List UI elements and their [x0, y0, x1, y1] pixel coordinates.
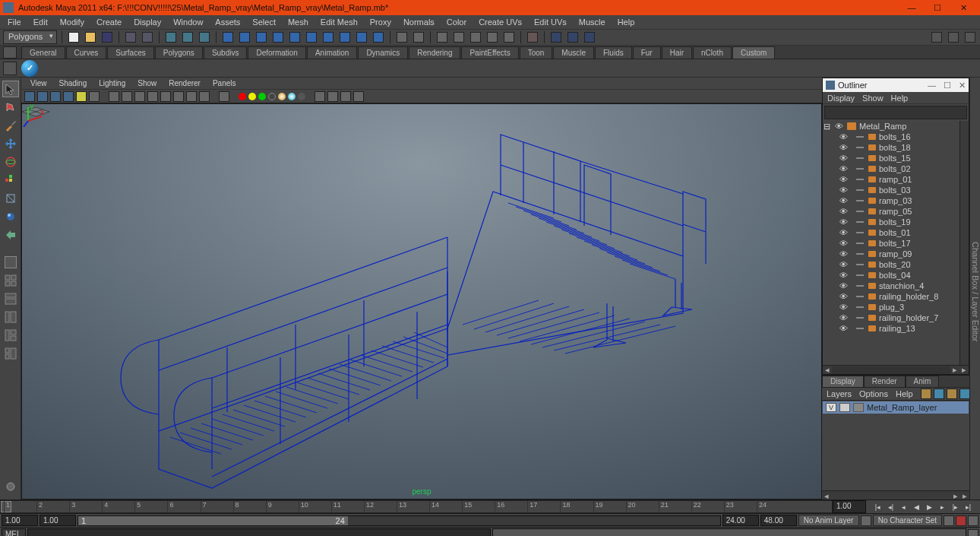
soft-mod-tool[interactable] [2, 208, 19, 225]
time-slider-track[interactable]: 123456789101112131415161718192021222324 [0, 500, 833, 513]
layout2-icon[interactable] [2, 309, 19, 325]
play-back-button[interactable]: ◀ [912, 502, 922, 512]
menu-assets[interactable]: Assets [209, 16, 246, 28]
sel-hier-icon[interactable] [164, 30, 178, 44]
layer-tab-render[interactable]: Render [864, 376, 906, 387]
visibility-icon[interactable]: 👁 [838, 144, 849, 151]
outliner-hscrollbar[interactable]: ◂ ▸ ▸ [823, 365, 969, 374]
menu-window[interactable]: Window [167, 16, 209, 28]
panel-renderer4-icon[interactable] [353, 91, 364, 102]
menu-display[interactable]: Display [128, 16, 167, 28]
scroll-right-button[interactable]: ▸ [951, 491, 960, 500]
panel-shadows-icon[interactable] [173, 91, 184, 102]
panel-renderer2-icon[interactable] [327, 91, 338, 102]
shelf-tab-polygons[interactable]: Polygons [155, 46, 203, 59]
menu-file[interactable]: File [2, 16, 27, 28]
toggle-attr-icon[interactable] [963, 30, 977, 44]
menu-muscle[interactable]: Muscle [573, 16, 612, 28]
undo-icon[interactable] [124, 30, 138, 44]
scroll-right-button[interactable]: ▸ [950, 365, 959, 374]
outliner-item[interactable]: ⊟ 👁 Metal_Ramp [823, 121, 969, 132]
rotate-tool[interactable] [2, 154, 19, 170]
snap-curve-icon[interactable] [452, 30, 466, 44]
layer-list[interactable]: V Metal_Ramp_layer ◂ ▸ ▸ [822, 400, 969, 500]
layer-icon1[interactable] [921, 389, 931, 399]
sidetab-channelbox[interactable]: Channel Box / Layer Editor [971, 242, 980, 341]
range-start-field[interactable]: 1.00 [40, 515, 76, 526]
outliner-item[interactable]: 👁railing_13 [823, 323, 969, 334]
panel-renderer1-icon[interactable] [315, 91, 325, 102]
shelf-tab-painteffects[interactable]: PaintEffects [461, 46, 518, 59]
lasso-tool[interactable] [2, 99, 19, 116]
layout4-icon[interactable] [2, 345, 19, 362]
mask1-icon[interactable] [221, 30, 235, 44]
panel-wireshaded-icon[interactable] [134, 91, 145, 102]
four-view-icon[interactable] [2, 272, 19, 289]
visibility-icon[interactable]: 👁 [838, 186, 849, 194]
panel-grid-icon[interactable] [76, 91, 87, 102]
visibility-icon[interactable]: 👁 [838, 133, 849, 141]
outliner-vscrollbar[interactable] [959, 121, 969, 365]
outliner-item[interactable]: 👁bolts_18 [823, 142, 969, 153]
render-settings-icon[interactable] [583, 30, 596, 44]
goto-start-button[interactable]: |◂ [873, 502, 884, 512]
outliner-item[interactable]: 👁railing_holder_8 [823, 291, 969, 302]
script-editor-icon[interactable] [968, 529, 978, 537]
layer-menu-help[interactable]: Help [896, 389, 913, 398]
outliner-item[interactable]: 👁bolts_04 [823, 270, 969, 281]
minimize-button[interactable]: — [904, 3, 919, 13]
menu-createuvs[interactable]: Create UVs [473, 16, 528, 28]
outliner-list[interactable]: ⊟ 👁 Metal_Ramp 👁bolts_16👁bolts_18👁bolts_… [823, 121, 969, 374]
menu-select[interactable]: Select [246, 16, 282, 28]
save-icon[interactable] [100, 30, 114, 44]
panel-imageplane-icon[interactable] [50, 91, 61, 102]
expose4-icon[interactable] [298, 93, 305, 100]
layout3-icon[interactable] [2, 327, 19, 344]
render-icon[interactable] [549, 30, 563, 44]
visibility-icon[interactable]: 👁 [833, 122, 844, 130]
shelf-tab-fur[interactable]: Fur [633, 46, 661, 59]
shelf-menu-icon[interactable] [3, 46, 17, 59]
last-tool[interactable] [2, 227, 19, 243]
range-end-full-field[interactable]: 48.00 [760, 515, 797, 526]
maximize-button[interactable]: ☐ [930, 3, 945, 13]
visibility-icon[interactable]: 👁 [838, 261, 849, 268]
outliner-item[interactable]: 👁ramp_03 [823, 195, 969, 206]
range-track[interactable]: 1 24 [77, 515, 721, 526]
layer-color-swatch[interactable] [853, 403, 864, 412]
visibility-icon[interactable]: 👁 [838, 293, 849, 300]
outliner-titlebar[interactable]: Outliner — ☐ ✕ [823, 78, 969, 92]
highlight-icon[interactable] [412, 30, 425, 44]
layer-menu-options[interactable]: Options [859, 389, 888, 398]
mask8-icon[interactable] [338, 30, 352, 44]
shelf-tab-general[interactable]: General [21, 46, 65, 59]
tool-settings-icon[interactable] [2, 478, 19, 495]
outliner-maximize-button[interactable]: ☐ [944, 81, 951, 90]
toggle-layer-icon[interactable] [947, 30, 960, 44]
panel-wire-icon[interactable] [109, 91, 119, 102]
panel-menu-show[interactable]: Show [131, 78, 163, 88]
open-icon[interactable] [84, 30, 97, 44]
visibility-icon[interactable]: 👁 [838, 218, 849, 226]
mask4-icon[interactable] [271, 30, 285, 44]
layer-icon2[interactable] [934, 389, 944, 399]
autokey-icon[interactable] [956, 515, 966, 526]
outliner-menu-help[interactable]: Help [891, 94, 909, 103]
snap-plane-icon[interactable] [485, 30, 499, 44]
outliner-item[interactable]: 👁bolts_19 [823, 217, 969, 227]
shelf-tab-muscle[interactable]: Muscle [553, 46, 594, 59]
visibility-icon[interactable]: 👁 [838, 229, 849, 236]
shelf-tab-curves[interactable]: Curves [66, 46, 107, 59]
play-forward-button[interactable]: ▶ [925, 502, 935, 512]
step-forward-button[interactable]: ▸ [937, 502, 948, 512]
visibility-icon[interactable]: 👁 [838, 325, 849, 332]
mask5-icon[interactable] [288, 30, 302, 44]
mask3-icon[interactable] [254, 30, 268, 44]
anim-layer-icon[interactable] [861, 515, 871, 526]
shelf-options-icon[interactable] [3, 62, 17, 75]
xray-joints-icon[interactable] [248, 93, 256, 100]
visibility-icon[interactable]: 👁 [838, 239, 849, 247]
shelf-tab-rendering[interactable]: Rendering [409, 46, 460, 59]
outliner-close-button[interactable]: ✕ [959, 81, 966, 90]
visibility-icon[interactable]: 👁 [838, 282, 849, 290]
